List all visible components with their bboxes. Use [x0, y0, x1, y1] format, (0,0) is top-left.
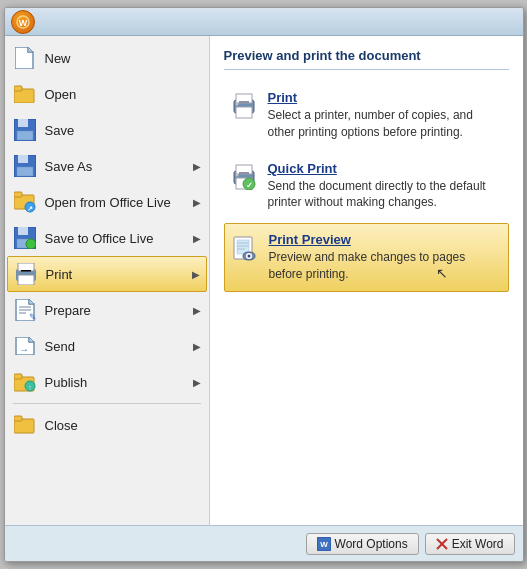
sidebar-item-save-as[interactable]: Save As ▶ — [5, 148, 209, 184]
sidebar-item-send-label: Send — [45, 339, 185, 354]
exit-word-button[interactable]: Exit Word — [425, 533, 515, 555]
sidebar-item-publish[interactable]: ↑ Publish ▶ — [5, 364, 209, 400]
svg-rect-41 — [236, 107, 252, 118]
title-bar: W — [5, 8, 523, 36]
sidebar-item-prepare-label: Prepare — [45, 303, 185, 318]
svg-rect-22 — [18, 275, 34, 285]
menu-divider — [13, 403, 201, 404]
svg-text:W: W — [320, 540, 328, 549]
sidebar-item-close[interactable]: Close — [5, 407, 209, 443]
svg-rect-5 — [14, 86, 22, 91]
print-option-quick-icon: ✓ — [230, 163, 258, 191]
print-option-preview-icon — [231, 234, 259, 262]
sidebar-item-open-label: Open — [45, 87, 201, 102]
print-option-print-icon — [230, 92, 258, 120]
print-option-preview-text: Print Preview Preview and make changes t… — [269, 232, 502, 283]
new-icon — [13, 46, 37, 70]
open-office-live-arrow: ▶ — [193, 197, 201, 208]
print-option-print[interactable]: Print Select a printer, number of copies… — [224, 82, 509, 149]
send-arrow: ▶ — [193, 341, 201, 352]
exit-icon — [436, 538, 448, 550]
svg-marker-25 — [29, 299, 34, 304]
right-panel: Preview and print the document Print Sel… — [210, 36, 523, 525]
sidebar-item-save[interactable]: Save — [5, 112, 209, 148]
print-option-quick[interactable]: ✓ Quick Print Send the document directly… — [224, 153, 509, 220]
sidebar: New Open — [5, 36, 210, 525]
office-button[interactable]: W — [11, 10, 35, 34]
print-option-preview-desc: Preview and make changes to pages before… — [269, 249, 502, 283]
sidebar-item-publish-label: Publish — [45, 375, 185, 390]
svg-text:✎: ✎ — [29, 312, 36, 321]
svg-rect-23 — [21, 270, 31, 272]
save-office-live-icon — [13, 226, 37, 250]
svg-text:↑: ↑ — [28, 384, 32, 391]
main-window: W New — [4, 7, 524, 562]
svg-rect-38 — [14, 416, 22, 421]
svg-rect-8 — [17, 131, 33, 140]
word-options-icon: W — [317, 537, 331, 551]
bottom-bar: W Word Options Exit Word — [5, 525, 523, 561]
svg-text:W: W — [18, 18, 27, 28]
svg-point-43 — [235, 103, 238, 106]
exit-word-label: Exit Word — [452, 537, 504, 551]
print-option-print-title[interactable]: Print — [268, 90, 503, 105]
svg-point-57 — [247, 255, 250, 258]
sidebar-item-prepare[interactable]: ✎ Prepare ▶ — [5, 292, 209, 328]
print-option-quick-desc: Send the document directly to the defaul… — [268, 178, 503, 212]
sidebar-item-open-office-live[interactable]: ↗ Open from Office Live ▶ — [5, 184, 209, 220]
print-option-print-text: Print Select a printer, number of copies… — [268, 90, 503, 141]
svg-rect-47 — [239, 172, 249, 174]
svg-rect-17 — [18, 227, 28, 235]
svg-rect-13 — [14, 192, 22, 197]
svg-text:→: → — [19, 344, 29, 355]
svg-point-48 — [235, 173, 238, 176]
svg-rect-21 — [18, 263, 34, 271]
sidebar-item-open[interactable]: Open — [5, 76, 209, 112]
svg-rect-34 — [14, 374, 22, 379]
sidebar-item-save-office-live[interactable]: Save to Office Live ▶ — [5, 220, 209, 256]
main-content: New Open — [5, 36, 523, 525]
panel-title: Preview and print the document — [224, 48, 509, 70]
sidebar-item-close-label: Close — [45, 418, 201, 433]
send-icon: → — [13, 334, 37, 358]
svg-rect-42 — [239, 101, 249, 103]
svg-point-19 — [26, 239, 36, 249]
sidebar-item-print-label: Print — [46, 267, 184, 282]
sidebar-item-new[interactable]: New — [5, 40, 209, 76]
sidebar-item-save-office-live-label: Save to Office Live — [45, 231, 185, 246]
print-option-preview-title[interactable]: Print Preview — [269, 232, 502, 247]
save-office-live-arrow: ▶ — [193, 233, 201, 244]
sidebar-item-send[interactable]: → Send ▶ — [5, 328, 209, 364]
prepare-arrow: ▶ — [193, 305, 201, 316]
sidebar-item-print[interactable]: Print ▶ — [7, 256, 207, 292]
sidebar-item-new-label: New — [45, 51, 201, 66]
print-option-quick-text: Quick Print Send the document directly t… — [268, 161, 503, 212]
sidebar-item-open-office-live-label: Open from Office Live — [45, 195, 185, 210]
publish-icon: ↑ — [13, 370, 37, 394]
svg-rect-10 — [18, 155, 28, 163]
svg-text:↗: ↗ — [27, 205, 33, 212]
svg-marker-3 — [28, 47, 33, 52]
print-option-preview[interactable]: Print Preview Preview and make changes t… — [224, 223, 509, 292]
publish-arrow: ▶ — [193, 377, 201, 388]
svg-marker-31 — [29, 337, 34, 342]
word-options-label: Word Options — [335, 537, 408, 551]
svg-rect-7 — [18, 119, 28, 127]
sidebar-item-save-as-label: Save As — [45, 159, 185, 174]
save-as-arrow: ▶ — [193, 161, 201, 172]
open-office-live-icon: ↗ — [13, 190, 37, 214]
print-option-quick-title[interactable]: Quick Print — [268, 161, 503, 176]
print-arrow: ▶ — [192, 269, 200, 280]
print-option-print-desc: Select a printer, number of copies, and … — [268, 107, 503, 141]
open-icon — [13, 82, 37, 106]
save-as-icon — [13, 154, 37, 178]
save-icon — [13, 118, 37, 142]
prepare-icon: ✎ — [13, 298, 37, 322]
svg-text:✓: ✓ — [245, 181, 252, 190]
sidebar-item-save-label: Save — [45, 123, 201, 138]
svg-rect-11 — [17, 167, 33, 176]
close-icon — [13, 413, 37, 437]
print-icon — [14, 262, 38, 286]
word-options-button[interactable]: W Word Options — [306, 533, 419, 555]
